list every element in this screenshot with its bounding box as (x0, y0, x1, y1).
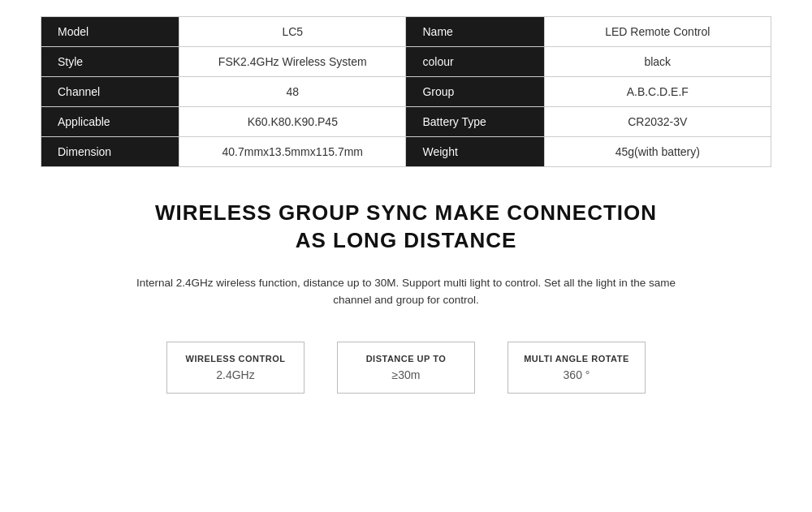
table-row: Dimension40.7mmx13.5mmx115.7mmWeight45g(… (41, 137, 771, 167)
value-cell-left: LC5 (179, 17, 406, 47)
value-cell-right: A.B.C.D.E.F (544, 77, 771, 107)
label-cell-left: Applicable (41, 107, 179, 137)
value-cell-left: K60.K80.K90.P45 (179, 107, 406, 137)
value-cell-right: LED Remote Control (544, 17, 771, 47)
page-wrapper: ModelLC5NameLED Remote ControlStyleFSK2.… (41, 16, 771, 410)
value-cell-right: black (544, 47, 771, 77)
value-cell-right: 45g(with battery) (544, 137, 771, 167)
feature-label: DISTANCE UP TO (346, 354, 466, 364)
table-row: ApplicableK60.K80.K90.P45Battery TypeCR2… (41, 107, 771, 137)
feature-value: ≥30m (346, 368, 466, 381)
feature-boxes: WIRELESS CONTROL2.4GHzDISTANCE UP TO≥30m… (166, 342, 646, 394)
value-cell-left: 48 (179, 77, 406, 107)
label-cell-right: Weight (406, 137, 544, 167)
value-cell-left: 40.7mmx13.5mmx115.7mm (179, 137, 406, 167)
label-cell-left: Channel (41, 77, 179, 107)
table-row: StyleFSK2.4GHz Wireless Systemcolourblac… (41, 47, 771, 77)
label-cell-left: Style (41, 47, 179, 77)
feature-box: WIRELESS CONTROL2.4GHz (166, 342, 304, 394)
specs-table: ModelLC5NameLED Remote ControlStyleFSK2.… (41, 16, 771, 167)
label-cell-left: Model (41, 17, 179, 47)
feature-value: 360 ° (516, 368, 637, 381)
label-cell-right: Group (406, 77, 544, 107)
table-row: ModelLC5NameLED Remote Control (41, 17, 771, 47)
value-cell-right: CR2032-3V (544, 107, 771, 137)
label-cell-left: Dimension (41, 137, 179, 167)
heading-line1: WIRELESS GROUP SYNC MAKE CONNECTION AS L… (155, 200, 657, 255)
feature-box: MULTI ANGLE ROTATE360 ° (508, 342, 646, 394)
heading-section: WIRELESS GROUP SYNC MAKE CONNECTION AS L… (155, 200, 657, 255)
description-text: Internal 2.4GHz wireless function, dista… (122, 274, 690, 309)
feature-box: DISTANCE UP TO≥30m (337, 342, 475, 394)
label-cell-right: Battery Type (406, 107, 544, 137)
feature-label: WIRELESS CONTROL (175, 354, 296, 364)
value-cell-left: FSK2.4GHz Wireless System (179, 47, 406, 77)
feature-label: MULTI ANGLE ROTATE (516, 354, 637, 364)
feature-value: 2.4GHz (175, 368, 296, 381)
label-cell-right: colour (406, 47, 544, 77)
label-cell-right: Name (406, 17, 544, 47)
table-row: Channel48GroupA.B.C.D.E.F (41, 77, 771, 107)
